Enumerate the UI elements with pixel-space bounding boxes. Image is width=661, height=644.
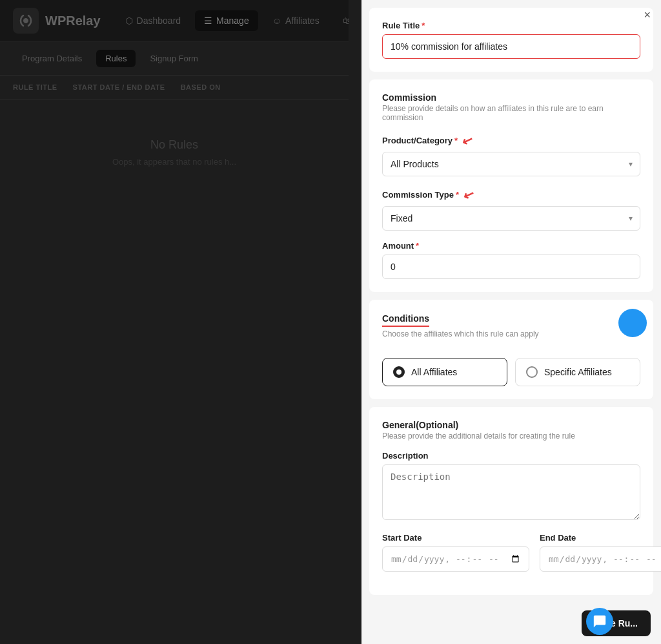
commission-title: Commission (382, 92, 640, 103)
rule-title-input[interactable] (382, 34, 640, 59)
all-affiliates-label: All Affiliates (411, 367, 457, 377)
required-star-product: * (454, 136, 458, 145)
all-affiliates-radio[interactable] (393, 366, 405, 378)
specific-affiliates-label: Specific Affiliates (544, 367, 612, 377)
product-category-select-wrapper: All Products Specific Products All Categ… (382, 152, 640, 176)
required-star: * (422, 21, 425, 30)
amount-input[interactable] (382, 254, 640, 279)
save-bar: Save Ru... (361, 603, 661, 644)
all-affiliates-option[interactable]: All Affiliates (382, 358, 507, 386)
required-star-commission: * (456, 190, 459, 200)
end-date-field-group: End Date (540, 533, 661, 582)
end-date-label: End Date (540, 533, 661, 543)
chat-fab-button[interactable] (586, 608, 613, 635)
general-section: General(Optional) Please provide the add… (369, 407, 653, 595)
commission-type-field-group: Commission Type * ↙ Fixed Percentage (382, 187, 640, 231)
start-date-input[interactable] (382, 546, 529, 572)
required-star-amount: * (416, 241, 419, 251)
modal-panel: × Rule Title * Commission Please provide… (361, 0, 661, 644)
commission-section: Commission Please provide details on how… (369, 79, 653, 292)
commission-type-label: Commission Type * ↙ (382, 187, 640, 202)
rule-title-label: Rule Title * (382, 21, 640, 30)
rule-title-section: Rule Title * (369, 8, 653, 72)
general-desc: Please provide the additional details fo… (382, 431, 640, 441)
specific-affiliates-option[interactable]: Specific Affiliates (515, 358, 640, 386)
commission-desc: Please provide details on how an affilia… (382, 104, 640, 122)
start-date-field-group: Start Date (382, 533, 529, 572)
amount-field-group: Amount * (382, 241, 640, 279)
start-date-label: Start Date (382, 533, 529, 543)
close-button[interactable]: × (644, 9, 651, 21)
conditions-desc: Choose the affiliates which this rule ca… (382, 329, 539, 338)
product-category-field-group: Product/Category * ↙ All Products Specif… (382, 132, 640, 176)
arrow-annotation-commission: ↙ (461, 185, 476, 203)
date-fields-row: Start Date End Date (382, 533, 640, 582)
commission-type-select-wrapper: Fixed Percentage (382, 206, 640, 231)
conditions-title: Conditions (382, 313, 429, 324)
product-category-label: Product/Category * ↙ (382, 132, 640, 148)
description-field-group: Description (382, 451, 640, 523)
commission-type-select[interactable]: Fixed Percentage (382, 206, 640, 231)
arrow-annotation-product: ↙ (460, 131, 476, 149)
specific-affiliates-radio[interactable] (526, 366, 538, 378)
amount-label: Amount * (382, 241, 640, 251)
affiliates-options-row: All Affiliates Specific Affiliates (382, 358, 640, 386)
description-label: Description (382, 451, 640, 461)
rule-title-field-group: Rule Title * (382, 21, 640, 59)
description-textarea[interactable] (382, 464, 640, 520)
conditions-section: Conditions Choose the affiliates which t… (369, 300, 653, 399)
product-category-select[interactable]: All Products Specific Products All Categ… (382, 152, 640, 176)
general-title: General(Optional) (382, 420, 640, 430)
end-date-input[interactable] (540, 546, 661, 572)
blue-fab-button[interactable] (618, 309, 647, 337)
